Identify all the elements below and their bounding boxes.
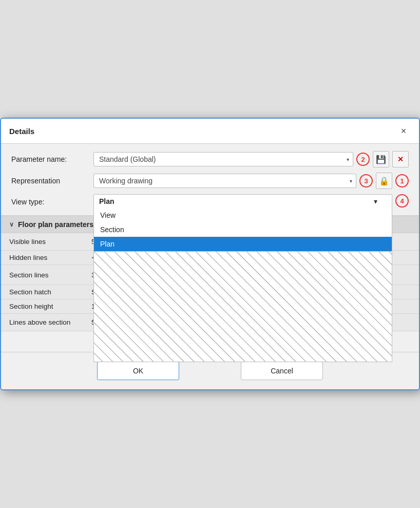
dialog-title: Details <box>9 127 34 136</box>
view-type-controls: Plan ▾ View Section Plan <box>93 194 409 208</box>
view-type-label: View type: <box>11 194 93 206</box>
view-type-dropdown-wrap: Plan ▾ View Section Plan <box>93 194 392 208</box>
save-button[interactable]: 💾 <box>373 151 389 167</box>
form-section: Parameter name: Standard (Global) ▾ 2 💾 … <box>1 144 419 215</box>
row-label: Section hatch <box>1 285 83 299</box>
representation-row: Representation Working drawing ▾ 3 🔒 1 <box>11 173 409 189</box>
row-label: Section lines <box>1 265 83 285</box>
representation-select-wrap: Working drawing ▾ <box>93 174 356 188</box>
view-type-chevron-icon: ▾ <box>374 197 377 205</box>
badge-1: 1 <box>395 174 409 187</box>
details-dialog: Details × Parameter name: Standard (Glob… <box>0 118 420 390</box>
param-name-row: Parameter name: Standard (Global) ▾ 2 💾 … <box>11 151 409 167</box>
cancel-button[interactable]: Cancel <box>241 362 323 380</box>
view-type-selected-text: Plan <box>99 197 114 205</box>
view-type-option-plan[interactable]: Plan <box>94 237 392 251</box>
badge-2: 2 <box>356 153 370 166</box>
hatch-preview-container <box>94 251 392 362</box>
param-name-select[interactable]: Standard (Global) <box>93 152 353 166</box>
ok-button[interactable]: OK <box>97 362 179 380</box>
svg-rect-1 <box>94 252 392 362</box>
hatch-pattern-svg <box>94 252 392 362</box>
row-label: Hidden lines <box>1 251 83 265</box>
view-type-row: View type: Plan ▾ View Section Plan <box>11 194 409 208</box>
row-label: Section height <box>1 299 83 314</box>
representation-lock-button[interactable]: 🔒 <box>376 173 392 189</box>
representation-controls: Working drawing ▾ 3 🔒 1 <box>93 173 409 189</box>
title-bar: Details × <box>1 119 419 144</box>
delete-button[interactable]: ✕ <box>392 151 409 167</box>
badge-4: 4 <box>395 194 409 208</box>
view-type-dropdown: View Section Plan <box>93 208 392 362</box>
representation-label: Representation <box>11 177 93 185</box>
param-name-controls: Standard (Global) ▾ 2 💾 ✕ <box>93 151 409 167</box>
row-label: Visible lines <box>1 233 83 251</box>
row-label: Lines above section <box>1 314 83 331</box>
view-type-option-section[interactable]: Section <box>94 222 392 237</box>
view-type-selected[interactable]: Plan ▾ <box>93 194 392 208</box>
floor-plan-params-title: Floor plan parameters <box>18 220 93 229</box>
param-name-select-wrap: Standard (Global) ▾ <box>93 152 353 166</box>
params-header-arrow-icon: ∨ <box>9 221 14 228</box>
view-type-option-view[interactable]: View <box>94 208 392 222</box>
param-name-label: Parameter name: <box>11 155 93 163</box>
badge-3: 3 <box>359 174 373 187</box>
delete-icon: ✕ <box>397 155 404 163</box>
representation-select[interactable]: Working drawing <box>93 174 356 188</box>
save-icon: 💾 <box>376 155 386 164</box>
close-button[interactable]: × <box>396 124 411 138</box>
lock-icon: 🔒 <box>379 176 389 186</box>
